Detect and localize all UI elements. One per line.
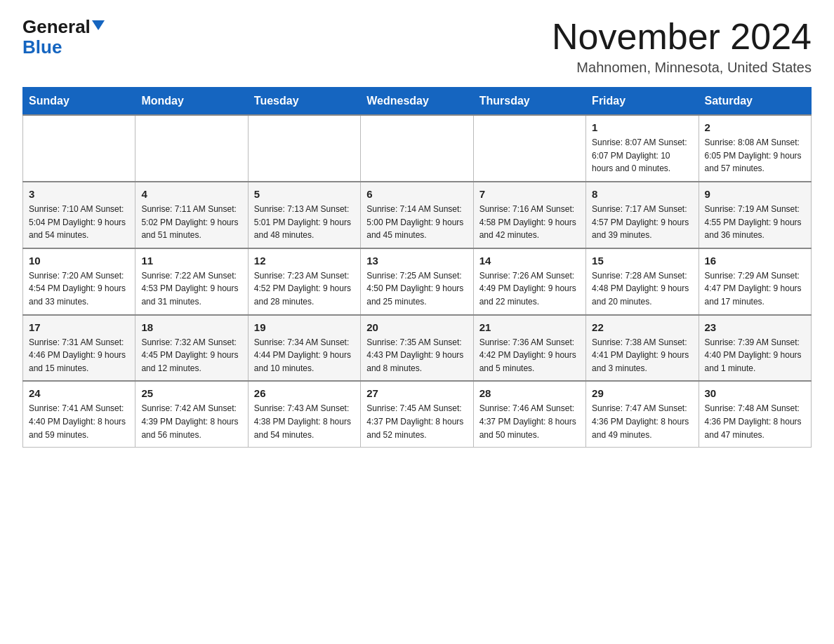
day-number: 7 [479, 188, 580, 200]
week-row-2: 3Sunrise: 7:10 AM Sunset: 5:04 PM Daylig… [23, 182, 812, 248]
logo-blue-text: Blue [22, 37, 62, 58]
day-info: Sunrise: 7:19 AM Sunset: 4:55 PM Dayligh… [705, 203, 805, 242]
day-number: 9 [705, 188, 805, 200]
day-number: 3 [29, 188, 129, 200]
day-info: Sunrise: 7:11 AM Sunset: 5:02 PM Dayligh… [141, 203, 241, 242]
location-title: Mahnomen, Minnesota, United States [552, 60, 812, 76]
day-info: Sunrise: 7:22 AM Sunset: 4:53 PM Dayligh… [141, 269, 241, 309]
calendar-table: SundayMondayTuesdayWednesdayThursdayFrid… [22, 87, 812, 448]
day-info: Sunrise: 7:45 AM Sunset: 4:37 PM Dayligh… [366, 402, 467, 441]
week-row-3: 10Sunrise: 7:20 AM Sunset: 4:54 PM Dayli… [23, 248, 812, 315]
day-info: Sunrise: 7:29 AM Sunset: 4:47 PM Dayligh… [705, 269, 805, 309]
day-info: Sunrise: 7:16 AM Sunset: 4:58 PM Dayligh… [479, 203, 580, 242]
weekday-header-sunday: Sunday [23, 88, 135, 116]
day-number: 4 [141, 188, 241, 200]
calendar-cell [361, 115, 473, 182]
logo-general-text: General [22, 17, 91, 37]
calendar-cell: 4Sunrise: 7:11 AM Sunset: 5:02 PM Daylig… [135, 182, 248, 248]
day-number: 8 [592, 188, 692, 200]
calendar-cell: 16Sunrise: 7:29 AM Sunset: 4:47 PM Dayli… [699, 248, 811, 315]
day-number: 21 [479, 321, 580, 333]
day-number: 23 [705, 321, 805, 333]
day-number: 29 [592, 387, 692, 399]
day-number: 27 [366, 387, 467, 399]
day-number: 15 [592, 255, 692, 267]
day-number: 30 [705, 387, 805, 399]
calendar-cell: 26Sunrise: 7:43 AM Sunset: 4:38 PM Dayli… [248, 381, 360, 447]
day-info: Sunrise: 7:48 AM Sunset: 4:36 PM Dayligh… [705, 402, 805, 441]
weekday-header-wednesday: Wednesday [361, 88, 473, 116]
day-number: 28 [479, 387, 580, 399]
day-info: Sunrise: 7:31 AM Sunset: 4:46 PM Dayligh… [29, 336, 129, 375]
week-row-1: 1Sunrise: 8:07 AM Sunset: 6:07 PM Daylig… [23, 115, 812, 182]
day-info: Sunrise: 7:17 AM Sunset: 4:57 PM Dayligh… [592, 203, 692, 242]
calendar-cell: 22Sunrise: 7:38 AM Sunset: 4:41 PM Dayli… [586, 315, 699, 382]
day-info: Sunrise: 7:43 AM Sunset: 4:38 PM Dayligh… [254, 402, 355, 441]
calendar-cell: 19Sunrise: 7:34 AM Sunset: 4:44 PM Dayli… [248, 315, 360, 382]
calendar-cell: 17Sunrise: 7:31 AM Sunset: 4:46 PM Dayli… [23, 315, 135, 382]
day-number: 1 [592, 121, 692, 133]
calendar-cell: 12Sunrise: 7:23 AM Sunset: 4:52 PM Dayli… [248, 248, 360, 315]
calendar-cell: 2Sunrise: 8:08 AM Sunset: 6:05 PM Daylig… [699, 115, 811, 182]
day-info: Sunrise: 7:39 AM Sunset: 4:40 PM Dayligh… [705, 336, 805, 375]
day-info: Sunrise: 7:14 AM Sunset: 5:00 PM Dayligh… [366, 203, 467, 242]
calendar-cell: 8Sunrise: 7:17 AM Sunset: 4:57 PM Daylig… [586, 182, 699, 248]
page-header: General Blue November 2024 Mahnomen, Min… [22, 17, 812, 76]
calendar-cell: 14Sunrise: 7:26 AM Sunset: 4:49 PM Dayli… [473, 248, 585, 315]
day-number: 16 [705, 255, 805, 267]
day-number: 22 [592, 321, 692, 333]
calendar-cell: 7Sunrise: 7:16 AM Sunset: 4:58 PM Daylig… [473, 182, 585, 248]
calendar-cell: 25Sunrise: 7:42 AM Sunset: 4:39 PM Dayli… [135, 381, 248, 447]
week-row-4: 17Sunrise: 7:31 AM Sunset: 4:46 PM Dayli… [23, 315, 812, 382]
day-info: Sunrise: 7:35 AM Sunset: 4:43 PM Dayligh… [366, 336, 467, 375]
day-number: 10 [29, 255, 129, 267]
weekday-header-friday: Friday [586, 88, 699, 116]
title-block: November 2024 Mahnomen, Minnesota, Unite… [552, 17, 812, 76]
day-number: 20 [366, 321, 467, 333]
day-info: Sunrise: 8:08 AM Sunset: 6:05 PM Dayligh… [705, 136, 805, 175]
day-info: Sunrise: 7:23 AM Sunset: 4:52 PM Dayligh… [254, 269, 355, 309]
calendar-cell [135, 115, 248, 182]
day-number: 13 [366, 255, 467, 267]
calendar-cell: 9Sunrise: 7:19 AM Sunset: 4:55 PM Daylig… [699, 182, 811, 248]
calendar-cell [473, 115, 585, 182]
calendar-cell: 15Sunrise: 7:28 AM Sunset: 4:48 PM Dayli… [586, 248, 699, 315]
day-number: 11 [141, 255, 241, 267]
weekday-header-thursday: Thursday [473, 88, 585, 116]
day-number: 2 [705, 121, 805, 133]
calendar-cell [248, 115, 360, 182]
day-info: Sunrise: 7:41 AM Sunset: 4:40 PM Dayligh… [29, 402, 129, 441]
day-info: Sunrise: 7:36 AM Sunset: 4:42 PM Dayligh… [479, 336, 580, 375]
calendar-cell: 20Sunrise: 7:35 AM Sunset: 4:43 PM Dayli… [361, 315, 473, 382]
calendar-cell: 24Sunrise: 7:41 AM Sunset: 4:40 PM Dayli… [23, 381, 135, 447]
calendar-cell: 18Sunrise: 7:32 AM Sunset: 4:45 PM Dayli… [135, 315, 248, 382]
calendar-cell: 13Sunrise: 7:25 AM Sunset: 4:50 PM Dayli… [361, 248, 473, 315]
day-number: 24 [29, 387, 129, 399]
day-info: Sunrise: 7:28 AM Sunset: 4:48 PM Dayligh… [592, 269, 692, 309]
day-number: 26 [254, 387, 355, 399]
calendar-cell: 6Sunrise: 7:14 AM Sunset: 5:00 PM Daylig… [361, 182, 473, 248]
day-number: 6 [366, 188, 467, 200]
day-info: Sunrise: 7:32 AM Sunset: 4:45 PM Dayligh… [141, 336, 241, 375]
day-number: 5 [254, 188, 355, 200]
day-number: 17 [29, 321, 129, 333]
day-info: Sunrise: 7:10 AM Sunset: 5:04 PM Dayligh… [29, 203, 129, 242]
calendar-cell: 1Sunrise: 8:07 AM Sunset: 6:07 PM Daylig… [586, 115, 699, 182]
day-number: 18 [141, 321, 241, 333]
day-info: Sunrise: 8:07 AM Sunset: 6:07 PM Dayligh… [592, 136, 692, 175]
logo-triangle-icon [92, 20, 105, 30]
calendar-cell: 23Sunrise: 7:39 AM Sunset: 4:40 PM Dayli… [699, 315, 811, 382]
calendar-cell: 10Sunrise: 7:20 AM Sunset: 4:54 PM Dayli… [23, 248, 135, 315]
calendar-cell: 29Sunrise: 7:47 AM Sunset: 4:36 PM Dayli… [586, 381, 699, 447]
day-info: Sunrise: 7:25 AM Sunset: 4:50 PM Dayligh… [366, 269, 467, 309]
day-info: Sunrise: 7:46 AM Sunset: 4:37 PM Dayligh… [479, 402, 580, 441]
week-row-5: 24Sunrise: 7:41 AM Sunset: 4:40 PM Dayli… [23, 381, 812, 447]
weekday-header-saturday: Saturday [699, 88, 811, 116]
day-info: Sunrise: 7:34 AM Sunset: 4:44 PM Dayligh… [254, 336, 355, 375]
calendar-cell [23, 115, 135, 182]
day-info: Sunrise: 7:26 AM Sunset: 4:49 PM Dayligh… [479, 269, 580, 309]
day-info: Sunrise: 7:38 AM Sunset: 4:41 PM Dayligh… [592, 336, 692, 375]
weekday-header-monday: Monday [135, 88, 248, 116]
day-number: 14 [479, 255, 580, 267]
day-number: 25 [141, 387, 241, 399]
